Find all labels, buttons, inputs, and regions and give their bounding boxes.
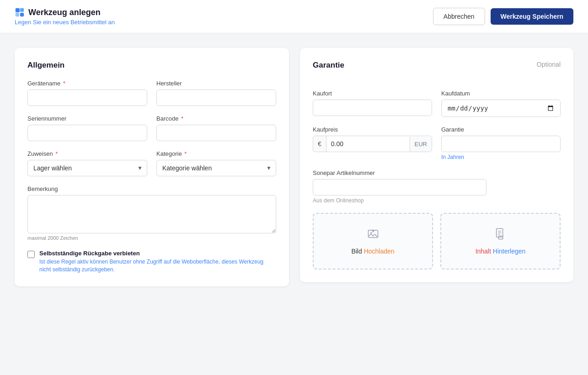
sonepar-label: Sonepar Artikelnummer (313, 169, 486, 176)
bild-upload-box[interactable]: Bild Hochladen (313, 213, 433, 269)
bemerkung-textarea[interactable] (27, 195, 276, 233)
group-kaufort: Kaufort (313, 90, 432, 117)
bemerkung-label: Bemerkung (27, 185, 276, 192)
row-geratename-hersteller: Gerätename * Hersteller (27, 80, 276, 106)
svg-rect-2 (16, 13, 19, 16)
group-kategorie: Kategorie * Kategorie wählen ▼ (156, 150, 276, 176)
required-star: * (61, 80, 65, 87)
svg-rect-0 (16, 8, 20, 12)
bild-upload-label: Bild Hochladen (351, 248, 394, 255)
kaufdatum-input[interactable] (441, 100, 561, 117)
inhalt-upload-label: Inhalt Hinterlegen (476, 248, 526, 255)
group-kaufpreis: Kaufpreis € EUR (313, 126, 432, 160)
tool-icon (15, 7, 25, 17)
checkbox-row: Selbstständige Rückgabe verbieten Ist di… (27, 250, 276, 274)
garantie-header: Garantie Optional (313, 61, 561, 80)
svg-point-5 (370, 232, 372, 234)
save-button[interactable]: Werkzeug Speichern (491, 8, 573, 25)
zuweisen-select[interactable]: Lager wählen (27, 160, 147, 176)
page-header: Werkzeug anlegen Legen Sie ein neues Bet… (0, 0, 588, 33)
garantie-label: Garantie (441, 126, 561, 133)
kategorie-select[interactable]: Kategorie wählen (156, 160, 276, 176)
group-hersteller: Hersteller (156, 80, 276, 106)
seriennummer-label: Seriennummer (27, 115, 147, 122)
group-seriennummer: Seriennummer (27, 115, 147, 141)
hersteller-input[interactable] (156, 90, 276, 106)
header-actions: Abbrechen Werkzeug Speichern (433, 8, 573, 25)
garantie-card: Garantie Optional Kaufort Kaufdatum Kauf… (300, 48, 573, 282)
general-section-title: Allgemein (27, 61, 276, 70)
svg-rect-8 (498, 236, 502, 239)
checkbox-hint: Ist diese Regel aktiv können Benutzer oh… (39, 258, 276, 274)
garantie-input[interactable] (441, 136, 561, 152)
row-seriennummer-barcode: Seriennummer Barcode * (27, 115, 276, 141)
row-kaufort-kaufdatum: Kaufort Kaufdatum (313, 90, 561, 117)
sonepar-hint: Aus dem Onlineshop (313, 197, 486, 204)
zuweisen-label: Zuweisen * (27, 150, 147, 157)
price-suffix: EUR (410, 137, 432, 152)
barcode-label: Barcode * (156, 115, 276, 122)
page-title: Werkzeug anlegen (15, 7, 115, 17)
group-kaufdatum: Kaufdatum (441, 90, 561, 117)
upload-row: Bild Hochladen Inhalt Hinterlegen (313, 213, 561, 269)
char-limit: maximal 2000 Zeichen (27, 235, 276, 241)
header-subtitle: Legen Sie ein neues Betriebsmittel an (15, 19, 115, 26)
row-sonepar: Sonepar Artikelnummer Aus dem Onlineshop (313, 169, 561, 204)
kaufpreis-label: Kaufpreis (313, 126, 432, 133)
kategorie-label: Kategorie * (156, 150, 276, 157)
general-card: Allgemein Gerätename * Hersteller Serien… (15, 48, 289, 286)
header-left: Werkzeug anlegen Legen Sie ein neues Bet… (15, 7, 115, 26)
upload-file-icon (494, 227, 507, 243)
garantie-section-title: Garantie (313, 61, 344, 70)
group-bemerkung: Bemerkung maximal 2000 Zeichen (27, 185, 276, 241)
seriennummer-input[interactable] (27, 125, 147, 141)
row-kaufpreis-garantie: Kaufpreis € EUR Garantie In Jahren (313, 126, 561, 160)
row-bemerkung: Bemerkung maximal 2000 Zeichen (27, 185, 276, 241)
main-content: Allgemein Gerätename * Hersteller Serien… (0, 33, 588, 301)
checkbox-label: Selbstständige Rückgabe verbieten (39, 250, 276, 257)
rueckgabe-checkbox[interactable] (27, 251, 35, 258)
row-zuweisen-kategorie: Zuweisen * Lager wählen ▼ Kategorie * Ka… (27, 150, 276, 176)
kaufdatum-label: Kaufdatum (441, 90, 561, 97)
checkbox-label-group: Selbstständige Rückgabe verbieten Ist di… (39, 250, 276, 274)
sonepar-input[interactable] (313, 179, 486, 195)
price-input-wrapper: € EUR (313, 136, 432, 152)
price-prefix: € (313, 136, 326, 152)
barcode-input[interactable] (156, 125, 276, 141)
svg-rect-1 (20, 8, 24, 12)
group-barcode: Barcode * (156, 115, 276, 141)
upload-image-icon (367, 227, 380, 243)
geratename-input[interactable] (27, 90, 147, 106)
geratename-label: Gerätename * (27, 80, 147, 87)
group-zuweisen: Zuweisen * Lager wählen ▼ (27, 150, 147, 176)
kaufpreis-input[interactable] (326, 136, 410, 152)
kaufort-label: Kaufort (313, 90, 432, 97)
group-sonepar: Sonepar Artikelnummer Aus dem Onlineshop (313, 169, 486, 204)
group-geratename: Gerätename * (27, 80, 147, 106)
optional-badge: Optional (537, 61, 561, 68)
hersteller-label: Hersteller (156, 80, 276, 87)
cancel-button[interactable]: Abbrechen (433, 8, 485, 25)
inhalt-upload-box[interactable]: Inhalt Hinterlegen (440, 213, 561, 269)
kaufort-input[interactable] (313, 100, 432, 116)
kategorie-select-wrapper: Kategorie wählen ▼ (156, 160, 276, 176)
zuweisen-select-wrapper: Lager wählen ▼ (27, 160, 147, 176)
svg-rect-3 (20, 13, 24, 16)
group-garantie: Garantie In Jahren (441, 126, 561, 160)
in-jahren-hint: In Jahren (441, 154, 561, 160)
